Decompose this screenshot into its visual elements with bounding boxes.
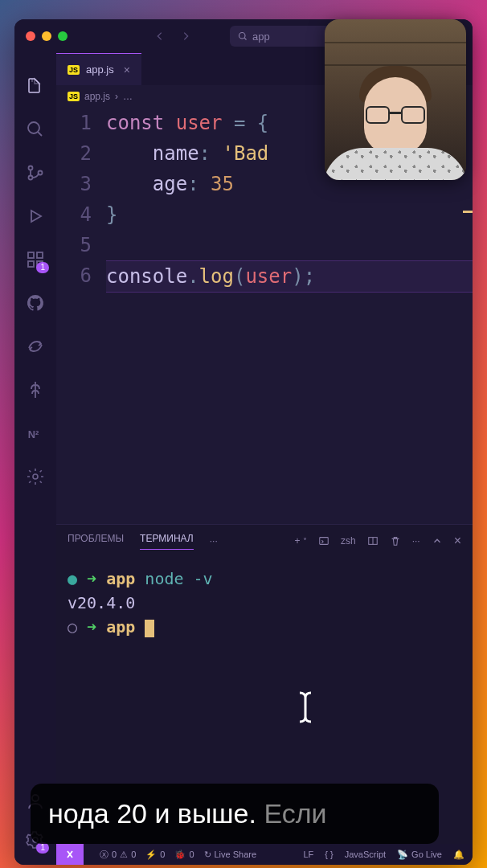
source-control-icon[interactable] — [25, 162, 46, 183]
explorer-icon[interactable] — [25, 76, 46, 96]
numbering-icon[interactable]: N² — [25, 423, 46, 444]
svg-text:N²: N² — [28, 428, 39, 440]
svg-rect-15 — [320, 538, 329, 545]
svg-rect-7 — [28, 252, 34, 258]
settings-gear-icon[interactable] — [25, 466, 46, 487]
sb-language[interactable]: JavaScript — [345, 850, 386, 859]
trash-icon[interactable] — [390, 535, 401, 547]
manage-badge: 1 — [36, 842, 49, 854]
svg-point-3 — [28, 122, 39, 133]
split-terminal-icon[interactable] — [367, 535, 379, 547]
tab-label: app.js — [86, 63, 114, 76]
remote-ext-icon[interactable] — [25, 336, 46, 357]
status-bar: ⓧ 0 ⚠ 0 ⚡ 0 🐞 0 ↻ Live Share LF { } Java… — [56, 844, 473, 865]
new-terminal-icon[interactable]: + ˅ — [295, 535, 307, 547]
terminal-profile-icon[interactable] — [318, 535, 329, 547]
sb-ports[interactable]: ⚡ 0 — [145, 850, 165, 860]
panel-tab-terminal[interactable]: ТЕРМИНАЛ — [140, 533, 194, 550]
terminal-line: ● ➜ app node -v — [68, 567, 461, 591]
panel-tab-problems[interactable]: ПРОБЛЕМЫ — [68, 533, 124, 549]
text-cursor-icon — [293, 690, 317, 725]
close-tab-icon[interactable]: × — [124, 63, 130, 76]
sb-eol[interactable]: LF — [303, 850, 313, 859]
github-icon[interactable] — [25, 293, 46, 313]
maximize-window-button[interactable] — [58, 31, 68, 41]
sb-bracket[interactable]: { } — [325, 850, 333, 859]
search-activity-icon[interactable] — [25, 119, 46, 140]
remote-button[interactable] — [56, 844, 84, 865]
sb-errors[interactable]: ⓧ 0 ⚠ 0 — [100, 849, 136, 861]
run-debug-icon[interactable] — [25, 206, 46, 227]
extensions-badge: 1 — [36, 262, 49, 273]
svg-rect-8 — [28, 261, 34, 267]
nav-back-icon[interactable] — [154, 31, 166, 42]
tree-icon[interactable] — [25, 379, 46, 400]
terminal-line: v20.4.0 — [68, 591, 461, 615]
webcam-overlay — [325, 19, 466, 180]
terminal-cursor — [145, 620, 154, 637]
js-file-icon: JS — [68, 65, 80, 75]
tab-app-js[interactable]: JS app.js × — [56, 53, 141, 85]
svg-rect-10 — [37, 252, 43, 258]
traffic-lights — [26, 31, 68, 41]
line-gutter: 123456 — [56, 108, 106, 524]
svg-point-4 — [29, 166, 33, 170]
subtitle-caption: нода 20 и выше. Если — [31, 784, 439, 844]
js-file-icon: JS — [68, 92, 80, 101]
nav-arrows — [154, 31, 191, 42]
svg-point-12 — [33, 474, 38, 479]
sb-liveshare[interactable]: ↻ Live Share — [204, 850, 257, 860]
search-icon — [238, 31, 248, 41]
terminal-line: ○ ➜ app — [68, 615, 461, 639]
breadcrumb-file: app.js — [84, 91, 110, 102]
nav-forward-icon[interactable] — [180, 31, 191, 42]
panel-more-icon[interactable]: ··· — [210, 535, 218, 547]
sb-bell-icon[interactable]: 🔔 — [453, 850, 464, 860]
shell-label: zsh — [341, 535, 356, 547]
panel-more2-icon[interactable]: ··· — [412, 535, 420, 547]
minimap-marker — [463, 211, 473, 213]
chevron-up-icon[interactable] — [432, 535, 443, 547]
caption-dim: Если — [264, 798, 326, 829]
close-window-button[interactable] — [26, 31, 35, 41]
activity-bar: 1 N² 1 — [14, 53, 56, 865]
breadcrumb-sep: › — [115, 91, 118, 102]
sb-debug[interactable]: 🐞 0 — [174, 850, 194, 860]
close-panel-icon[interactable]: × — [454, 534, 461, 548]
minimize-window-button[interactable] — [42, 31, 51, 41]
svg-point-0 — [239, 33, 246, 39]
sb-golive[interactable]: 📡 Go Live — [397, 850, 442, 860]
svg-point-5 — [29, 176, 33, 180]
caption-text: нода 20 и выше. — [48, 798, 264, 829]
breadcrumb-more: … — [123, 91, 133, 102]
search-text: app — [252, 31, 270, 43]
